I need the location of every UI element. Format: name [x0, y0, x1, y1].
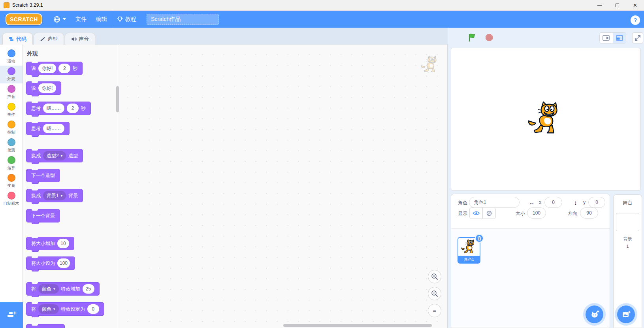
app-icon — [4, 2, 9, 8]
block-number-input[interactable]: 0 — [87, 304, 99, 314]
category-myblocks[interactable]: 自制积木 — [0, 190, 23, 208]
block-label: 将 — [31, 306, 36, 313]
block-number-input[interactable]: 2 — [58, 64, 70, 73]
block-text-input[interactable]: 嗯…… — [43, 124, 64, 133]
small-stage-button[interactable] — [600, 33, 613, 43]
tab-sounds[interactable]: 声音 — [65, 33, 95, 45]
window-controls: ✕ — [591, 0, 644, 11]
block-number-input[interactable]: 2 — [67, 104, 79, 113]
add-extension-button[interactable] — [0, 302, 23, 328]
category-label: 运算 — [8, 165, 15, 171]
block-label: 秒 — [73, 65, 77, 72]
block-change-size[interactable]: 将大小增加 10 — [26, 237, 74, 250]
paintbrush-icon — [40, 36, 45, 42]
zoom-out-button[interactable] — [428, 287, 441, 300]
minimize-icon — [597, 5, 602, 6]
block-label: 下一个造型 — [31, 172, 55, 179]
show-sprite-button[interactable] — [470, 208, 482, 219]
add-backdrop-icon — [622, 311, 631, 319]
block-dropdown[interactable]: 造型2 — [43, 151, 66, 160]
x-position-input[interactable] — [544, 197, 562, 208]
block-switch-backdrop[interactable]: 换成 背景1 背景 — [26, 189, 83, 202]
block-set-effect[interactable]: 将 颜色 特效设定为 0 — [26, 302, 104, 316]
block-think-for-seconds[interactable]: 思考 嗯…… 2 秒 — [26, 102, 91, 115]
menu-file[interactable]: 文件 — [71, 11, 91, 28]
minimize-button[interactable] — [591, 0, 608, 11]
sprite-card-selected[interactable]: 角色1 — [458, 237, 480, 264]
block-next-backdrop[interactable]: 下一个背景 — [26, 209, 60, 222]
block-clear-effects[interactable]: 清除图形特效 — [26, 324, 65, 328]
maximize-button[interactable] — [608, 0, 626, 11]
tab-costumes-label: 造型 — [47, 36, 58, 43]
category-motion[interactable]: 运动 — [0, 48, 23, 66]
menu-tutorials[interactable]: 教程 — [112, 11, 141, 28]
horizontal-scrollbar[interactable] — [283, 324, 432, 327]
add-backdrop-button[interactable] — [617, 305, 635, 323]
stop-button[interactable] — [485, 34, 493, 41]
palette-scrollbar[interactable] — [116, 86, 119, 112]
category-sensing[interactable]: 侦测 — [0, 137, 23, 155]
category-variables[interactable]: 变量 — [0, 172, 23, 190]
category-color-dot — [8, 156, 15, 164]
size-input[interactable] — [527, 207, 546, 219]
block-dropdown[interactable]: 颜色 — [38, 304, 59, 314]
help-button[interactable]: ? — [631, 15, 640, 25]
block-number-input[interactable]: 25 — [83, 284, 94, 294]
tab-code-label: 代码 — [16, 36, 26, 43]
block-next-costume[interactable]: 下一个造型 — [26, 169, 60, 182]
fullscreen-button[interactable] — [632, 32, 643, 43]
tab-code[interactable]: 代码 — [2, 33, 33, 45]
add-sprite-button[interactable] — [586, 305, 603, 323]
close-icon: ✕ — [633, 2, 637, 8]
question-mark-icon: ? — [634, 17, 637, 23]
green-flag-button[interactable] — [468, 33, 476, 42]
category-sound[interactable]: 声音 — [0, 83, 23, 101]
category-color-dot — [8, 121, 15, 128]
close-button[interactable]: ✕ — [626, 0, 644, 11]
add-sprite-cat-icon — [590, 310, 599, 319]
block-think[interactable]: 思考 嗯…… — [26, 122, 70, 135]
project-name-input[interactable] — [147, 14, 219, 25]
menu-edit[interactable]: 编辑 — [91, 11, 112, 28]
block-number-input[interactable]: 100 — [57, 258, 70, 268]
block-dropdown[interactable]: 颜色 — [38, 284, 59, 294]
category-control[interactable]: 控制 — [0, 119, 23, 137]
large-stage-button[interactable] — [613, 33, 626, 43]
block-text-input[interactable]: 嗯…… — [43, 104, 64, 113]
zoom-in-button[interactable] — [428, 270, 441, 283]
hide-sprite-button[interactable] — [483, 208, 495, 219]
block-label: 思考 — [31, 105, 41, 112]
block-switch-costume[interactable]: 换成 造型2 造型 — [26, 149, 83, 162]
block-dropdown[interactable]: 背景1 — [43, 191, 66, 200]
eye-hidden-icon — [486, 210, 492, 217]
language-menu[interactable] — [49, 11, 71, 28]
direction-input[interactable] — [580, 207, 598, 219]
block-label: 换成 — [31, 153, 41, 159]
backdrop-thumbnail[interactable] — [616, 213, 639, 231]
code-workspace[interactable]: = — [120, 45, 448, 328]
block-text-input[interactable]: 你好! — [38, 83, 56, 93]
menu-tutorials-label: 教程 — [125, 16, 136, 23]
block-number-input[interactable]: 10 — [57, 239, 69, 248]
block-change-effect[interactable]: 将 颜色 特效增加 25 — [26, 282, 100, 296]
y-position-input[interactable] — [588, 197, 605, 208]
sprite-name-input[interactable] — [469, 197, 520, 208]
category-operators[interactable]: 运算 — [0, 155, 23, 172]
category-color-dot — [8, 174, 15, 182]
zoom-reset-button[interactable]: = — [428, 304, 441, 317]
window-title-bar: Scratch 3.29.1 ✕ — [0, 0, 644, 11]
block-say-for-seconds[interactable]: 说 你好! 2 秒 — [26, 62, 83, 75]
block-label: 背景 — [68, 192, 78, 199]
stage-sprite-cat[interactable] — [527, 101, 565, 135]
vertical-arrow-icon: ↕ — [574, 199, 577, 206]
y-label: y — [583, 200, 586, 205]
tab-costumes[interactable]: 造型 — [34, 33, 64, 45]
block-say[interactable]: 说 你好! — [26, 81, 61, 95]
category-events[interactable]: 事件 — [0, 101, 23, 119]
window-title: Scratch 3.29.1 — [12, 2, 43, 8]
category-looks[interactable]: 外观 — [0, 66, 23, 83]
size-label: 大小 — [516, 210, 525, 217]
block-text-input[interactable]: 你好! — [38, 64, 56, 73]
block-set-size[interactable]: 将大小设为 100 — [26, 256, 75, 270]
delete-sprite-button[interactable] — [475, 234, 484, 243]
